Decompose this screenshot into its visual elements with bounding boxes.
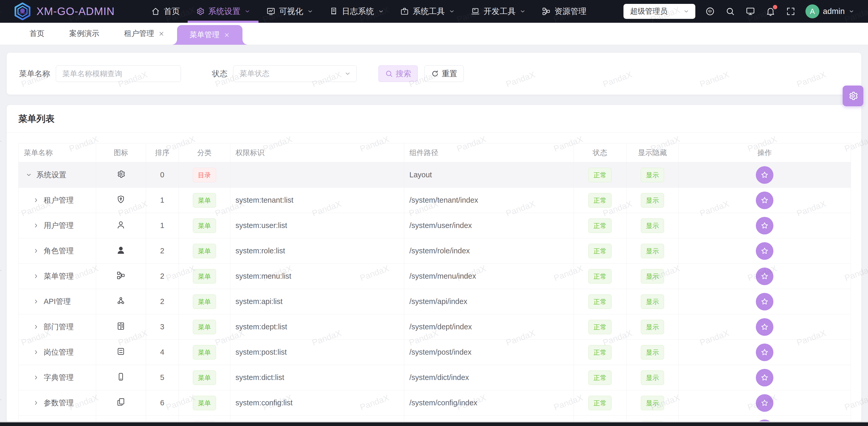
tab-bar: 首页案例演示租户管理菜单管理 [0, 23, 868, 45]
nav-item-5[interactable]: 开发工具 [463, 0, 534, 23]
tab-2[interactable]: 租户管理 [112, 23, 177, 45]
close-icon[interactable] [158, 31, 165, 37]
component-path: Layout [404, 162, 574, 188]
status-badge: 正常 [588, 295, 612, 309]
permission-flag: system:role:list [230, 238, 404, 264]
favorite-button[interactable] [756, 217, 773, 235]
permission-flag [230, 162, 404, 188]
chevron-right-icon[interactable] [33, 399, 39, 406]
gear-icon [195, 7, 205, 16]
menu-name: API管理 [44, 297, 71, 307]
column-header: 图标 [96, 144, 146, 162]
bottom-strip [0, 422, 868, 426]
chevron-right-icon[interactable] [33, 222, 39, 229]
column-header: 排序 [146, 144, 179, 162]
category-badge: 菜单 [193, 193, 216, 208]
category-badge: 菜单 [193, 320, 216, 334]
favorite-button[interactable] [756, 268, 773, 285]
component-path: /system/tenant/index [404, 188, 574, 213]
favorite-button[interactable] [756, 369, 773, 387]
main-menu: 首页系统设置可视化日志系统系统工具开发工具资源管理 [143, 0, 594, 23]
navbar-action-icons: 中 [705, 6, 796, 16]
nav-item-label: 开发工具 [484, 6, 516, 17]
status-select[interactable]: 菜单状态 [233, 65, 357, 82]
search-icon [385, 69, 393, 78]
tree-icon [116, 271, 126, 280]
laptop-icon [471, 7, 480, 16]
favorite-button[interactable] [756, 166, 773, 184]
menu-name-cell: 角色管理 [24, 246, 91, 256]
chevron-right-icon[interactable] [33, 324, 39, 330]
menu-name: 字典管理 [44, 372, 74, 383]
fullscreen-button[interactable] [786, 6, 796, 16]
star-icon [760, 373, 769, 382]
nav-item-0[interactable]: 首页 [143, 0, 188, 23]
menu-name: 参数管理 [44, 398, 74, 408]
favorite-button[interactable] [756, 191, 773, 209]
sort-value: 2 [146, 289, 179, 314]
favorite-button[interactable] [756, 318, 773, 336]
menu-name-cell: 用户管理 [24, 220, 91, 231]
monitor-button[interactable] [745, 6, 755, 16]
chevron-right-icon[interactable] [33, 247, 39, 254]
chevron-down-icon[interactable] [25, 172, 32, 178]
chevron-down-icon [519, 8, 526, 15]
nav-item-2[interactable]: 可视化 [258, 0, 321, 23]
chevron-right-icon[interactable] [33, 374, 39, 381]
user-menu[interactable]: A admin [805, 4, 855, 18]
role-select[interactable]: 超级管理员 [623, 4, 695, 19]
menu-name-input[interactable] [56, 65, 181, 82]
user-filled-icon [116, 245, 126, 255]
chevron-right-icon[interactable] [33, 349, 39, 356]
nav-item-1[interactable]: 系统设置 [188, 0, 258, 23]
chevron-down-icon [344, 70, 351, 77]
chevron-right-icon[interactable] [33, 273, 39, 280]
category-badge: 菜单 [193, 345, 216, 360]
nav-item-6[interactable]: 资源管理 [534, 0, 594, 23]
chevron-down-icon [378, 8, 384, 15]
star-icon [760, 297, 769, 306]
column-header: 显示隐藏 [626, 144, 678, 162]
theme-settings-button[interactable] [843, 86, 863, 106]
nav-item-3[interactable]: 日志系统 [321, 0, 392, 23]
search-button[interactable] [725, 6, 735, 16]
tab-0[interactable]: 首页 [17, 23, 57, 45]
menu-name-cell: 部门管理 [24, 322, 91, 332]
reset-button[interactable]: 重置 [425, 65, 464, 82]
menu-name-cell: 字典管理 [24, 372, 91, 383]
share-icon [116, 296, 126, 306]
status-badge: 正常 [588, 193, 612, 208]
favorite-button[interactable] [756, 394, 773, 412]
notification-dot [773, 5, 777, 9]
username: admin [823, 7, 845, 16]
navbar-right: 超级管理员 中 A admin [623, 4, 855, 19]
sort-value: 0 [146, 162, 179, 188]
translate-button[interactable]: 中 [705, 6, 715, 16]
search-icon [725, 6, 735, 16]
post-icon [116, 347, 126, 356]
component-path: /system/role/index [404, 238, 574, 264]
bell-button[interactable] [766, 6, 775, 16]
gear-icon [847, 90, 859, 101]
table-row: 部门管理3菜单system:dept:list/system/dept/inde… [19, 314, 851, 340]
chevron-right-icon[interactable] [33, 298, 39, 305]
column-header: 分类 [179, 144, 230, 162]
column-header: 组件路径 [404, 144, 574, 162]
nav-item-4[interactable]: 系统工具 [392, 0, 463, 23]
permission-flag: system:menu:list [230, 264, 404, 289]
menu-name-label: 菜单名称 [19, 68, 50, 79]
menu-name-cell: 岗位管理 [24, 347, 91, 358]
permission-flag: system:api:list [230, 289, 404, 314]
tab-1[interactable]: 案例演示 [57, 23, 112, 45]
favorite-button[interactable] [756, 242, 773, 260]
search-button[interactable]: 搜索 [378, 65, 418, 82]
chevron-right-icon[interactable] [33, 197, 39, 204]
favorite-button[interactable] [756, 343, 773, 361]
visible-badge: 显示 [641, 345, 664, 360]
tab-3[interactable]: 菜单管理 [177, 25, 243, 45]
close-icon[interactable] [224, 32, 230, 38]
favorite-button[interactable] [756, 293, 773, 310]
component-path: /system/config/index [404, 390, 574, 416]
chart-monitor-icon [266, 7, 276, 16]
reset-button-label: 重置 [442, 68, 457, 79]
